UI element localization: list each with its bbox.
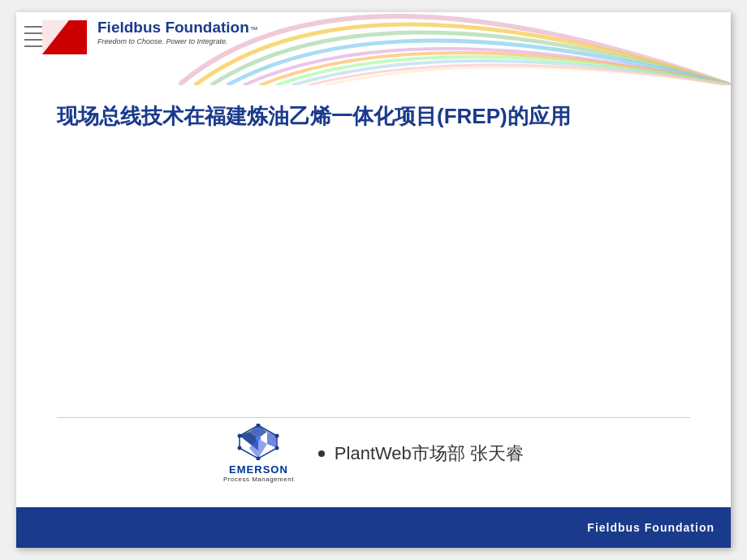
slide: Fieldbus Foundation ™ Freedom to Choose.… (16, 12, 731, 548)
main-title-text: 现场总线技术在福建炼油乙烯一体化项目(FREP)的应用 (57, 101, 690, 131)
footer: Fieldbus Foundation (16, 507, 731, 548)
rainbow-arc (179, 12, 731, 85)
svg-point-16 (237, 434, 241, 438)
footer-logo-text: Fieldbus Foundation (587, 521, 715, 534)
svg-point-17 (256, 436, 261, 441)
main-title-area: 现场总线技术在福建炼油乙烯一体化项目(FREP)的应用 (57, 101, 690, 131)
emerson-icon-svg (236, 424, 281, 460)
ff-brand-name: Fieldbus Foundation (97, 19, 249, 37)
emerson-sub-name: Process Management (223, 476, 294, 483)
svg-marker-8 (267, 432, 277, 448)
bullet-dot (318, 450, 325, 457)
presenter-text: PlantWeb市场部 张天睿 (335, 442, 524, 466)
svg-point-15 (237, 446, 241, 450)
svg-point-12 (274, 434, 279, 438)
emerson-brand-name: EMERSON (229, 463, 288, 476)
divider-line (57, 417, 690, 418)
ff-logo-text: Fieldbus Foundation ™ Freedom to Choose.… (97, 19, 258, 45)
ff-trademark: ™ (250, 25, 258, 34)
presenter-info: PlantWeb市场部 张天睿 (318, 442, 524, 466)
bottom-content: EMERSON Process Management PlantWeb市场部 张… (16, 424, 731, 483)
ff-logo-mark (24, 19, 89, 71)
svg-point-13 (274, 446, 279, 450)
ff-logo-area: Fieldbus Foundation ™ Freedom to Choose.… (24, 19, 258, 71)
header: Fieldbus Foundation ™ Freedom to Choose.… (16, 12, 731, 85)
ff-tagline: Freedom to Choose. Power to Integrate. (97, 37, 258, 45)
emerson-logo: EMERSON Process Management (223, 424, 294, 483)
